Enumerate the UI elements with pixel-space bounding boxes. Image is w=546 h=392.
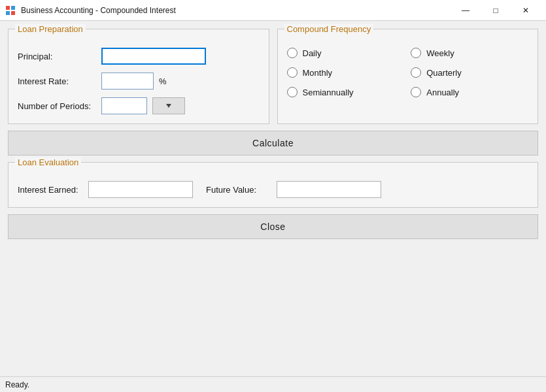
top-panels: Loan Preparation Principal: Interest Rat… xyxy=(8,29,538,124)
periods-input[interactable] xyxy=(101,97,147,114)
radio-circle-semiannually xyxy=(287,87,298,97)
window-controls: — □ ✕ xyxy=(451,1,541,20)
radio-label-semiannually: Semiannually xyxy=(303,88,354,97)
radio-circle-annually xyxy=(411,87,421,97)
eval-rows: Interest Earned: Future Value: xyxy=(18,181,528,198)
percent-sign: % xyxy=(159,76,167,86)
interest-rate-input[interactable] xyxy=(101,73,154,90)
status-text: Ready. xyxy=(5,380,29,389)
loan-preparation-panel: Loan Preparation Principal: Interest Rat… xyxy=(8,29,269,124)
radio-circle-monthly xyxy=(287,67,298,78)
interest-rate-row: Interest Rate: % xyxy=(18,73,260,90)
radio-monthly[interactable]: Monthly xyxy=(287,67,405,78)
frequency-grid: Daily Weekly Monthly Quarterly xyxy=(287,48,529,97)
main-content: Loan Preparation Principal: Interest Rat… xyxy=(0,21,546,376)
radio-daily[interactable]: Daily xyxy=(287,48,405,58)
compound-frequency-panel: Compound Frequency Daily Weekly Monthly xyxy=(277,29,539,124)
svg-rect-1 xyxy=(11,6,15,10)
svg-rect-0 xyxy=(6,6,10,10)
principal-label: Principal: xyxy=(18,52,96,61)
svg-rect-3 xyxy=(11,11,15,15)
radio-label-weekly: Weekly xyxy=(426,48,454,58)
radio-annually[interactable]: Annually xyxy=(411,87,528,97)
periods-dropdown-button[interactable] xyxy=(152,97,185,114)
principal-row: Principal: xyxy=(18,48,260,65)
interest-earned-label: Interest Earned: xyxy=(18,185,83,195)
periods-label: Number of Periods: xyxy=(18,101,96,111)
window-title: Business Accounting - Compounded Interes… xyxy=(21,6,176,15)
title-bar-left: Business Accounting - Compounded Interes… xyxy=(5,5,176,16)
radio-weekly[interactable]: Weekly xyxy=(411,48,528,58)
radio-semiannually[interactable]: Semiannually xyxy=(287,87,405,97)
radio-circle-weekly xyxy=(411,48,421,58)
radio-circle-quarterly xyxy=(411,67,421,78)
periods-row: Number of Periods: xyxy=(18,97,260,114)
loan-evaluation-panel: Loan Evaluation Interest Earned: Future … xyxy=(8,162,538,208)
svg-rect-2 xyxy=(6,11,10,15)
compound-freq-title: Compound Frequency xyxy=(284,24,374,34)
chevron-down-icon xyxy=(166,104,171,108)
interest-earned-row: Interest Earned: xyxy=(18,181,193,198)
title-bar: Business Accounting - Compounded Interes… xyxy=(0,0,546,21)
future-value-row: Future Value: xyxy=(206,181,381,198)
interest-rate-label: Interest Rate: xyxy=(18,76,96,86)
future-value-input[interactable] xyxy=(277,181,381,198)
interest-earned-input[interactable] xyxy=(88,181,193,198)
loan-form: Principal: Interest Rate: % Number of Pe… xyxy=(18,48,260,114)
radio-quarterly[interactable]: Quarterly xyxy=(411,67,528,78)
loan-eval-title: Loan Evaluation xyxy=(15,157,81,167)
principal-input[interactable] xyxy=(101,48,206,65)
calculate-button[interactable]: Calculate xyxy=(8,131,538,155)
close-window-button[interactable]: ✕ xyxy=(511,1,541,20)
radio-label-quarterly: Quarterly xyxy=(426,68,461,78)
minimize-button[interactable]: — xyxy=(451,1,481,20)
radio-label-daily: Daily xyxy=(303,48,322,58)
loan-prep-title: Loan Preparation xyxy=(15,24,86,34)
close-button[interactable]: Close xyxy=(8,214,538,239)
maximize-button[interactable]: □ xyxy=(481,1,511,20)
radio-label-annually: Annually xyxy=(426,88,459,97)
status-bar: Ready. xyxy=(0,376,546,392)
radio-circle-daily xyxy=(287,48,298,58)
app-icon xyxy=(5,5,16,16)
future-value-label: Future Value: xyxy=(206,185,271,195)
radio-label-monthly: Monthly xyxy=(303,68,333,78)
